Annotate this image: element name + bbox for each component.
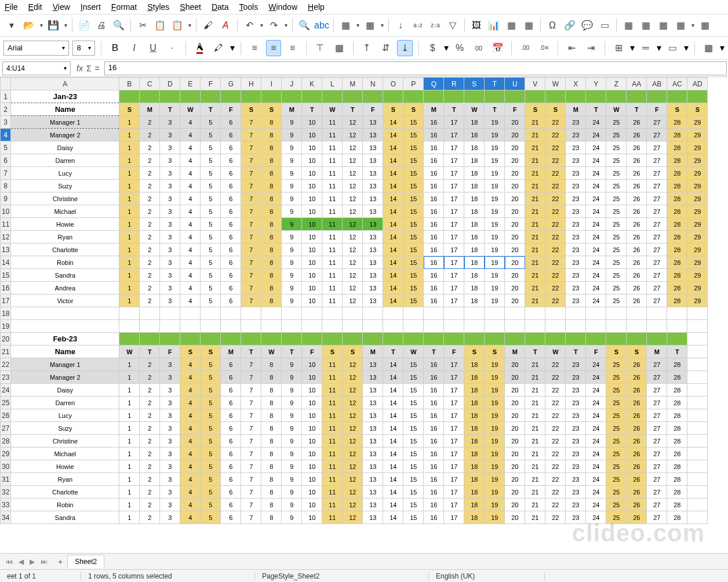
- col-header-D[interactable]: D: [160, 78, 180, 90]
- cell[interactable]: [464, 90, 485, 103]
- cell[interactable]: [627, 90, 647, 103]
- cell[interactable]: [687, 448, 708, 460]
- day-cell[interactable]: 12: [343, 141, 363, 154]
- cell[interactable]: [403, 307, 424, 320]
- day-cell[interactable]: 19: [485, 282, 505, 294]
- day-cell[interactable]: 18: [464, 282, 485, 294]
- cell[interactable]: [363, 320, 383, 333]
- day-cell[interactable]: 10: [302, 473, 322, 486]
- day-cell[interactable]: 18: [464, 294, 485, 307]
- day-cell[interactable]: 2: [140, 192, 160, 205]
- function-wizard-icon[interactable]: fx: [77, 64, 83, 73]
- cell[interactable]: [525, 307, 545, 320]
- day-cell[interactable]: 21: [525, 409, 545, 422]
- day-cell[interactable]: 13: [363, 384, 383, 397]
- cell[interactable]: [525, 320, 545, 333]
- day-cell[interactable]: 18: [464, 269, 485, 282]
- day-cell[interactable]: 3: [160, 294, 180, 307]
- cell[interactable]: [160, 320, 180, 333]
- day-cell[interactable]: 2: [140, 243, 160, 256]
- day-cell[interactable]: 25: [606, 371, 627, 384]
- day-cell[interactable]: 18: [464, 511, 485, 524]
- day-cell[interactable]: 2: [140, 435, 160, 448]
- add-decimal-icon[interactable]: .00: [518, 40, 533, 56]
- day-cell[interactable]: 10: [302, 397, 322, 409]
- formula-input[interactable]: 16: [104, 61, 727, 75]
- cell[interactable]: [221, 307, 241, 320]
- row-header-4[interactable]: 4: [1, 129, 11, 141]
- cell[interactable]: [261, 320, 282, 333]
- day-cell[interactable]: 15: [403, 243, 424, 256]
- row-header-24[interactable]: 24: [1, 384, 11, 397]
- day-cell[interactable]: 1: [119, 243, 140, 256]
- day-cell[interactable]: 16: [424, 167, 444, 180]
- day-cell[interactable]: 13: [363, 397, 383, 409]
- day-cell[interactable]: 4: [180, 294, 201, 307]
- name-cell[interactable]: Darren: [11, 397, 119, 409]
- day-cell[interactable]: 24: [586, 192, 606, 205]
- dow[interactable]: T: [383, 345, 403, 358]
- row-header-9[interactable]: 9: [1, 192, 11, 205]
- day-cell[interactable]: 20: [505, 167, 525, 180]
- name-cell[interactable]: Howie: [11, 218, 119, 231]
- col-header-U[interactable]: U: [505, 78, 525, 90]
- day-cell[interactable]: 26: [627, 129, 647, 141]
- new-icon[interactable]: ▾: [3, 17, 20, 34]
- day-cell[interactable]: 12: [343, 422, 363, 435]
- day-cell[interactable]: 1: [119, 294, 140, 307]
- day-cell[interactable]: 25: [606, 448, 627, 460]
- day-cell[interactable]: 22: [545, 473, 566, 486]
- day-cell[interactable]: 17: [444, 473, 464, 486]
- day-cell[interactable]: 14: [383, 384, 403, 397]
- day-cell[interactable]: 10: [302, 116, 322, 129]
- day-cell[interactable]: 15: [403, 473, 424, 486]
- day-cell[interactable]: 18: [464, 116, 485, 129]
- day-cell[interactable]: 14: [383, 371, 403, 384]
- day-cell[interactable]: 19: [485, 141, 505, 154]
- day-cell[interactable]: 8: [261, 473, 282, 486]
- day-cell[interactable]: 8: [261, 422, 282, 435]
- day-cell[interactable]: 2: [140, 218, 160, 231]
- day-cell[interactable]: 11: [322, 192, 343, 205]
- cell[interactable]: [140, 333, 160, 345]
- cell[interactable]: [627, 333, 647, 345]
- day-cell[interactable]: 21: [525, 422, 545, 435]
- row-header-3[interactable]: 3: [1, 116, 11, 129]
- day-cell[interactable]: 23: [566, 294, 586, 307]
- day-cell[interactable]: 27: [647, 384, 667, 397]
- cell[interactable]: [505, 320, 525, 333]
- day-cell[interactable]: 11: [322, 231, 343, 243]
- day-cell[interactable]: 10: [302, 460, 322, 473]
- day-cell[interactable]: 10: [302, 409, 322, 422]
- day-cell[interactable]: 22: [545, 154, 566, 167]
- day-cell[interactable]: 27: [647, 448, 667, 460]
- day-cell[interactable]: 20: [505, 282, 525, 294]
- day-cell[interactable]: 27: [647, 167, 667, 180]
- day-cell[interactable]: 15: [403, 486, 424, 499]
- day-cell[interactable]: 7: [241, 294, 261, 307]
- comment-icon[interactable]: 💬: [579, 17, 595, 34]
- col-header-K[interactable]: K: [302, 78, 322, 90]
- row-header-10[interactable]: 10: [1, 205, 11, 218]
- cell[interactable]: [302, 307, 322, 320]
- cell[interactable]: [687, 358, 708, 371]
- day-cell[interactable]: 25: [606, 384, 627, 397]
- day-cell[interactable]: 23: [566, 256, 586, 269]
- day-cell[interactable]: 25: [606, 154, 627, 167]
- day-cell[interactable]: 20: [505, 486, 525, 499]
- pivot-icon[interactable]: ▦: [503, 17, 519, 34]
- day-cell[interactable]: 26: [627, 256, 647, 269]
- cell[interactable]: [667, 90, 687, 103]
- day-cell[interactable]: 4: [180, 231, 201, 243]
- dow[interactable]: F: [505, 103, 525, 116]
- cell[interactable]: [140, 307, 160, 320]
- day-cell[interactable]: 6: [221, 435, 241, 448]
- day-cell[interactable]: 21: [525, 231, 545, 243]
- indent-dec-icon[interactable]: ⇤: [564, 40, 580, 56]
- day-cell[interactable]: 25: [606, 129, 627, 141]
- day-cell[interactable]: 15: [403, 409, 424, 422]
- day-cell[interactable]: 10: [302, 129, 322, 141]
- chevron-down-icon[interactable]: ▾: [88, 45, 91, 51]
- day-cell[interactable]: 28: [667, 371, 687, 384]
- cell[interactable]: [424, 320, 444, 333]
